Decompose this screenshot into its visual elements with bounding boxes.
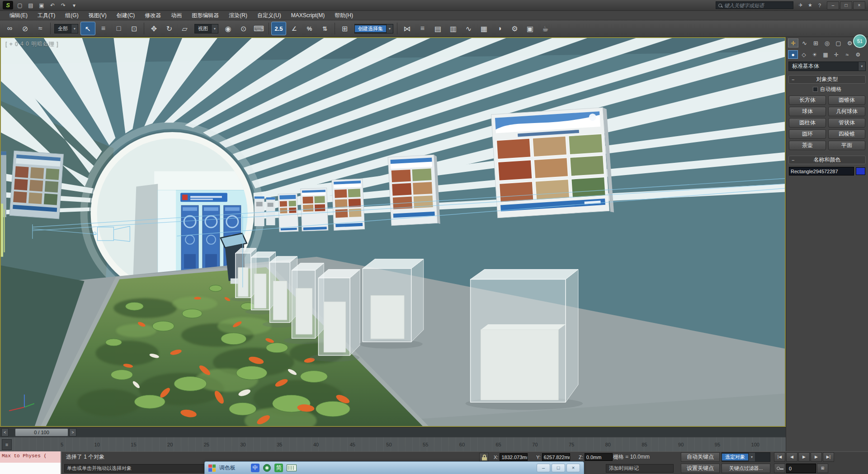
ime-close-button[interactable]: ×: [566, 464, 580, 472]
menu-item[interactable]: 创建(C): [112, 11, 140, 20]
time-slider-handle[interactable]: 0 / 100: [15, 428, 68, 436]
key-filter-dropdown[interactable]: 选定对象 ▼: [722, 452, 770, 462]
create-tab[interactable]: ✛: [788, 38, 798, 47]
go-to-end-button[interactable]: ▶|: [823, 452, 834, 462]
set-keys-button[interactable]: [774, 464, 785, 473]
prev-frame-arrow[interactable]: <: [1, 428, 9, 436]
play-button[interactable]: ▶: [798, 452, 810, 462]
workspace-dropdown-icon[interactable]: ▾: [69, 1, 79, 10]
snap-toggle-25-icon[interactable]: 2.5: [271, 22, 286, 35]
schematic-view-icon[interactable]: ▦: [476, 22, 491, 35]
track-bar[interactable]: ≡ 51015202530354045505560657075808590951…: [0, 437, 786, 451]
mirror-icon[interactable]: ⋈: [400, 22, 415, 35]
object-color-swatch[interactable]: [856, 167, 865, 175]
window-crossing-icon[interactable]: ⊡: [127, 22, 142, 35]
object-category-dropdown[interactable]: 标准基本体 ▼: [788, 62, 866, 71]
mini-curve-editor-button[interactable]: ≡: [2, 439, 12, 450]
minimize-button[interactable]: –: [827, 1, 839, 9]
maximize-button[interactable]: □: [840, 1, 852, 9]
cameras-category[interactable]: ▦: [821, 50, 830, 59]
menu-item[interactable]: 图形编辑器: [187, 11, 224, 20]
menu-item[interactable]: 帮助(H): [330, 11, 358, 20]
favorites-icon[interactable]: ★: [806, 1, 815, 9]
select-and-manipulate-icon[interactable]: ⊙: [236, 22, 251, 35]
select-and-scale-icon[interactable]: ▱: [177, 22, 192, 35]
bind-spacewarp-icon[interactable]: ≈: [33, 22, 48, 35]
keyboard-override-icon[interactable]: ⌨: [251, 22, 266, 35]
layer-manager-icon[interactable]: ▤: [430, 22, 445, 35]
object-type-button[interactable]: 圆柱体: [789, 118, 826, 128]
maxscript-mini-listener[interactable]: Max to Physes (: [0, 451, 61, 463]
viewport-label[interactable]: [ + 0 4 0 明暗处理 ]: [5, 40, 59, 48]
modify-tab[interactable]: ∿: [799, 38, 810, 47]
spacewarps-category[interactable]: ≈: [842, 50, 852, 59]
object-type-button[interactable]: 管状体: [828, 118, 865, 128]
edit-named-selection-sets-icon[interactable]: ⊞: [337, 22, 352, 35]
selection-lock-button[interactable]: [479, 453, 489, 461]
time-slider[interactable]: < 0 / 100 >: [0, 427, 786, 437]
object-type-button[interactable]: 平面: [828, 141, 865, 150]
time-configuration-button[interactable]: ⊞: [817, 464, 828, 473]
object-type-button[interactable]: 圆锥体: [828, 95, 865, 105]
close-button[interactable]: ×: [853, 1, 865, 9]
ribbon-icon[interactable]: ▥: [446, 22, 461, 35]
hierarchy-tab[interactable]: ⊞: [811, 38, 821, 47]
new-scene-icon[interactable]: ▢: [15, 1, 25, 10]
menu-item[interactable]: 编辑(E): [5, 11, 33, 20]
select-and-rotate-icon[interactable]: ↻: [162, 22, 177, 35]
search-box[interactable]: [716, 1, 793, 9]
select-and-link-icon[interactable]: ∞: [2, 22, 17, 35]
menu-item[interactable]: 渲染(R): [224, 11, 252, 20]
object-type-button[interactable]: 球体: [789, 107, 826, 116]
systems-category[interactable]: ⚙: [853, 50, 863, 59]
select-by-name-icon[interactable]: ≡: [96, 22, 111, 35]
poster-large[interactable]: [491, 107, 614, 220]
angle-snap-icon[interactable]: ∠: [287, 22, 302, 35]
y-coordinate-field[interactable]: 6257.822mm: [542, 453, 570, 461]
curve-editor-icon[interactable]: ∿: [461, 22, 476, 35]
undo-icon[interactable]: ↶: [47, 1, 57, 10]
ime-restore-button[interactable]: □: [552, 464, 565, 472]
select-and-move-icon[interactable]: ✥: [146, 22, 161, 35]
selection-filter-dropdown[interactable]: 全部 ▼: [54, 24, 78, 33]
object-type-button[interactable]: 四棱锥: [828, 129, 865, 139]
menu-item[interactable]: 自定义(U): [252, 11, 286, 20]
app-logo-icon[interactable]: S: [3, 1, 13, 9]
unlink-selection-icon[interactable]: ⊘: [18, 22, 33, 35]
geometry-category[interactable]: ●: [788, 50, 798, 59]
next-frame-arrow[interactable]: >: [69, 428, 76, 436]
object-type-button[interactable]: 圆环: [789, 129, 826, 139]
menu-item[interactable]: 动画: [166, 11, 187, 20]
autogrid-checkbox[interactable]: [813, 87, 818, 92]
menu-item[interactable]: 组(G): [60, 11, 83, 20]
object-type-button[interactable]: 茶壶: [789, 141, 826, 150]
rollout-object-type[interactable]: − 对象类型: [788, 75, 866, 84]
signin-icon[interactable]: ✈: [796, 1, 805, 9]
redo-icon[interactable]: ↷: [58, 1, 68, 10]
align-icon[interactable]: ≡: [415, 22, 430, 35]
lights-category[interactable]: ☀: [810, 50, 820, 59]
current-frame-field[interactable]: 0: [786, 464, 816, 473]
save-file-icon[interactable]: ▣: [37, 1, 47, 10]
key-filters-button[interactable]: 关键点过滤器...: [722, 464, 770, 473]
help-icon[interactable]: ?: [815, 1, 824, 9]
search-input[interactable]: [724, 3, 791, 8]
set-key-button[interactable]: 设置关键点: [681, 464, 720, 473]
spinner-snap-icon[interactable]: ⇅: [317, 22, 332, 35]
menu-item[interactable]: 工具(T): [33, 11, 60, 20]
auto-key-button[interactable]: 自动关键点: [681, 452, 720, 462]
render-setup-icon[interactable]: ⚙: [507, 22, 522, 35]
material-editor-icon[interactable]: ◑: [492, 22, 507, 35]
z-coordinate-field[interactable]: 0.0mm: [585, 453, 613, 461]
rect-selection-region-icon[interactable]: □: [111, 22, 126, 35]
shapes-category[interactable]: ◇: [799, 50, 809, 59]
rendered-frame-icon[interactable]: ▣: [523, 22, 538, 35]
go-to-start-button[interactable]: |◀: [774, 452, 785, 462]
add-time-tag-field[interactable]: 添加时间标记: [606, 464, 674, 473]
object-type-button[interactable]: 长方体: [789, 95, 826, 105]
maxscript-listener-line[interactable]: [0, 463, 61, 474]
use-pivot-center-icon[interactable]: ◉: [221, 22, 236, 35]
display-tab[interactable]: ▢: [833, 38, 844, 47]
named-selection-set-dropdown[interactable]: 创建选择集 ▼: [354, 24, 393, 33]
ime-simplified-icon[interactable]: 简: [274, 464, 283, 472]
